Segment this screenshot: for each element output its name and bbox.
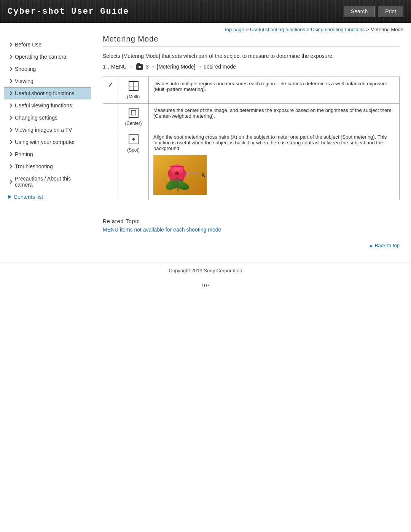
icon-cell-multi: (Multi)	[118, 77, 149, 104]
sidebar-item-useful-shooting[interactable]: Useful shooting functions	[4, 87, 91, 99]
table-row: ✓ (Multi) Divides into multiple regions …	[103, 77, 400, 104]
center-metering-icon	[128, 107, 139, 118]
menu-instruction: 1．MENU → 3 → [Metering Mode] → desired m…	[103, 64, 400, 70]
icon-cell-spot: (Spot)	[118, 130, 149, 200]
breadcrumb-using-shooting[interactable]: Using shooting functions	[311, 27, 365, 32]
search-button[interactable]: Search	[344, 6, 375, 17]
breadcrumb-useful-shooting[interactable]: Useful shooting functions	[250, 27, 305, 32]
page-number: 107	[0, 279, 411, 296]
sidebar-label: Troubleshooting	[15, 163, 53, 169]
sidebar-label: Useful viewing functions	[15, 102, 72, 109]
intro-text: Selects [Metering Mode] that sets which …	[103, 53, 400, 59]
related-topic-title: Related Topic	[103, 218, 400, 224]
breadcrumb: Top page > Useful shooting functions > U…	[0, 23, 411, 35]
arrow-icon	[8, 42, 12, 46]
content-area: Metering Mode Selects [Metering Mode] th…	[91, 35, 407, 262]
breadcrumb-sep3: >	[366, 27, 370, 32]
arrow-icon	[8, 115, 12, 120]
sidebar-label: Precautions / About this camera	[15, 176, 86, 188]
sidebar-item-before-use[interactable]: Before Use	[4, 38, 91, 51]
header-controls: Search Print	[344, 6, 403, 17]
spot-image-area: A	[153, 155, 395, 196]
spot-metering-icon	[128, 134, 139, 145]
sidebar-item-operating[interactable]: Operating the camera	[4, 51, 91, 63]
spot-a-label: A	[201, 172, 205, 178]
camera-icon	[136, 64, 143, 70]
sidebar-item-shooting[interactable]: Shooting	[4, 63, 91, 75]
sidebar-label: Shooting	[15, 66, 36, 72]
sidebar-label: Viewing images on a TV	[15, 127, 72, 133]
desc-cell-center: Measures the center of the image, and de…	[149, 104, 400, 130]
flower-image	[153, 155, 207, 195]
spot-desc-text: Align the spot metering cross hairs (A) …	[153, 134, 387, 151]
breadcrumb-top[interactable]: Top page	[224, 27, 244, 32]
contents-list-link[interactable]: Contents list	[4, 191, 91, 203]
checkmark-icon: ✓	[108, 81, 113, 89]
arrow-icon	[8, 152, 12, 156]
breadcrumb-sep2: >	[307, 27, 311, 32]
arrow-icon	[8, 128, 12, 132]
svg-point-17	[175, 171, 179, 175]
sidebar-item-precautions[interactable]: Precautions / About this camera	[4, 173, 91, 191]
app-title: Cyber-shot User Guide	[8, 7, 129, 16]
main-layout: Before Use Operating the camera Shooting…	[0, 35, 411, 262]
svg-rect-3	[129, 108, 138, 117]
check-cell: ✓	[103, 77, 118, 104]
check-cell-spot	[103, 130, 118, 200]
sidebar-item-viewing[interactable]: Viewing	[4, 75, 91, 87]
multi-metering-icon	[128, 81, 139, 91]
sidebar-item-computer[interactable]: Using with your computer	[4, 136, 91, 148]
metering-table: ✓ (Multi) Divides into multiple regions …	[103, 77, 400, 200]
back-to-top[interactable]: ▲ Back to top	[103, 240, 400, 251]
sidebar-item-useful-viewing[interactable]: Useful viewing functions	[4, 99, 91, 112]
spot-description: Align the spot metering cross hairs (A) …	[153, 134, 395, 151]
arrow-icon	[8, 79, 12, 83]
desc-cell-spot: Align the spot metering cross hairs (A) …	[149, 130, 400, 200]
footer: Copyright 2013 Sony Corporation	[0, 262, 411, 279]
arrow-icon	[8, 164, 12, 168]
arrow-icon	[8, 67, 12, 71]
svg-rect-4	[131, 110, 136, 115]
svg-point-6	[132, 138, 135, 141]
copyright-text: Copyright 2013 Sony Corporation	[169, 268, 242, 273]
breadcrumb-sep1: >	[245, 27, 250, 32]
spot-label: (Spot)	[123, 147, 144, 153]
sidebar-label: Operating the camera	[15, 54, 66, 60]
check-cell-center	[103, 104, 118, 130]
sidebar-label: Useful shooting functions	[15, 90, 74, 96]
desc-cell-multi: Divides into multiple regions and measur…	[149, 77, 400, 104]
multi-label: (Multi)	[123, 94, 144, 99]
sidebar-label: Using with your computer	[15, 139, 75, 145]
related-topic: Related Topic MENU items not available f…	[103, 212, 400, 233]
sidebar-item-printing[interactable]: Printing	[4, 148, 91, 160]
arrow-icon	[8, 54, 12, 59]
multi-description: Divides into multiple regions and measur…	[153, 81, 387, 92]
sidebar-label: Viewing	[15, 78, 33, 84]
arrow-right-icon	[8, 195, 11, 199]
sidebar-item-troubleshooting[interactable]: Troubleshooting	[4, 160, 91, 173]
page-title: Metering Mode	[103, 35, 400, 47]
sidebar-item-changing-settings[interactable]: Changing settings	[4, 112, 91, 124]
arrow-icon	[8, 179, 12, 184]
table-row: (Center) Measures the center of the imag…	[103, 104, 400, 130]
breadcrumb-current: Metering Mode	[370, 27, 403, 32]
related-topic-link[interactable]: MENU items not available for each shooti…	[103, 227, 221, 233]
sidebar: Before Use Operating the camera Shooting…	[4, 35, 91, 262]
table-row: (Spot) Align the spot metering cross hai…	[103, 130, 400, 200]
flower-image-container: A	[153, 155, 207, 196]
print-button[interactable]: Print	[378, 6, 403, 17]
icon-cell-center: (Center)	[118, 104, 149, 130]
arrow-icon	[8, 91, 12, 95]
sidebar-label: Printing	[15, 151, 33, 157]
arrow-icon	[8, 140, 12, 144]
sidebar-label: Before Use	[15, 42, 41, 48]
center-description: Measures the center of the image, and de…	[153, 107, 392, 119]
arrow-icon	[8, 103, 12, 107]
center-label: (Center)	[123, 121, 144, 126]
header: Cyber-shot User Guide Search Print	[0, 0, 411, 23]
sidebar-label: Changing settings	[15, 115, 57, 121]
contents-list-label: Contents list	[14, 194, 43, 200]
sidebar-item-viewing-tv[interactable]: Viewing images on a TV	[4, 124, 91, 136]
